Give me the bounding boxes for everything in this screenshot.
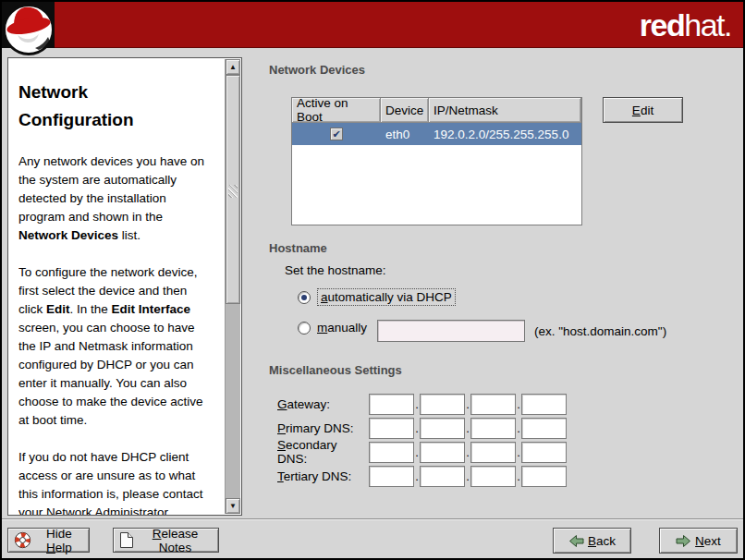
network-devices-section-label: Network Devices <box>269 63 365 77</box>
hostname-example-hint: (ex. "host.domain.com") <box>534 324 666 338</box>
hostname-auto-option[interactable]: automatically via DHCP <box>298 288 456 306</box>
help-title: Network Configuration <box>18 79 166 134</box>
hostname-section-label: Hostname <box>269 241 327 255</box>
footer-bar: Hide Help Release Notes Back <box>2 518 743 558</box>
manual-label[interactable]: manually <box>317 321 367 335</box>
column-header-ip-netmask: IP/Netmask <box>429 98 581 123</box>
secondary-dns-row: Secondary DNS: . . . <box>277 441 567 463</box>
redhat-wordmark: redhat. <box>640 6 731 44</box>
secondary-dns-octet-3[interactable] <box>470 442 516 463</box>
gateway-octet-1[interactable] <box>369 394 414 415</box>
set-hostname-prompt: Set the hostname: <box>285 263 386 277</box>
redhat-shadowman-logo-icon <box>2 2 57 57</box>
brand-header-bar: redhat. <box>2 2 743 48</box>
primary-dns-octet-2[interactable] <box>420 418 465 439</box>
primary-dns-octet-1[interactable] <box>369 418 414 439</box>
primary-dns-row: Primary DNS: . . . <box>277 417 567 439</box>
primary-dns-label: Primary DNS: <box>277 421 369 435</box>
column-header-device: Device <box>381 98 429 123</box>
back-arrow-icon <box>568 534 584 548</box>
help-paragraph-3: If you do not have DHCP client access or… <box>18 448 214 515</box>
help-text: Network Configuration Any network device… <box>18 58 214 515</box>
secondary-dns-label: Secondary DNS: <box>277 438 369 466</box>
scroll-down-button[interactable]: ▼ <box>226 498 240 514</box>
tertiary-dns-label: Tertiary DNS: <box>277 469 369 483</box>
edit-button[interactable]: Edit <box>603 97 683 123</box>
table-header-row: Active on Boot Device IP/Netmask <box>292 98 581 123</box>
document-icon <box>119 531 134 549</box>
installer-window: redhat. Network Configuration Any networ… <box>0 0 745 560</box>
next-button[interactable]: Next <box>659 528 738 554</box>
life-ring-icon <box>14 531 31 549</box>
secondary-dns-octet-1[interactable] <box>369 442 414 463</box>
scroll-up-button[interactable]: ▲ <box>226 59 240 75</box>
manual-radio[interactable] <box>298 322 311 335</box>
release-notes-button[interactable]: Release Notes <box>113 528 219 553</box>
primary-dns-octet-4[interactable] <box>521 418 567 439</box>
gateway-label: Gateway: <box>277 397 369 411</box>
scroll-down-icon: ▼ <box>229 502 237 510</box>
auto-dhcp-label[interactable]: automatically via DHCP <box>317 288 456 306</box>
wordmark-red: red <box>640 7 684 43</box>
back-button[interactable]: Back <box>553 528 631 554</box>
tertiary-dns-row: Tertiary DNS: . . . <box>277 465 567 487</box>
tertiary-dns-octet-1[interactable] <box>369 466 414 487</box>
active-on-boot-checkbox[interactable]: ✔ <box>330 128 343 140</box>
gateway-octet-3[interactable] <box>470 394 516 415</box>
scrollbar-trough[interactable] <box>226 304 240 498</box>
gateway-row: Gateway: . . . <box>277 393 567 415</box>
tertiary-dns-octet-4[interactable] <box>521 466 567 487</box>
scroll-up-icon: ▲ <box>229 63 237 71</box>
help-paragraph-1: Any network devices you have on the syst… <box>18 152 214 245</box>
primary-dns-octet-3[interactable] <box>470 418 516 439</box>
scrollbar-thumb[interactable] <box>226 75 240 304</box>
device-cell: eth0 <box>381 128 429 141</box>
wordmark-hat: hat <box>684 7 724 43</box>
gateway-octet-2[interactable] <box>420 394 465 415</box>
wordmark-dot: . <box>724 7 731 43</box>
tertiary-dns-octet-3[interactable] <box>470 466 516 487</box>
ip-netmask-cell: 192.0.2.0/255.255.255.0 <box>429 128 581 141</box>
secondary-dns-octet-2[interactable] <box>420 442 465 463</box>
help-scrollbar[interactable]: ▲ ▼ <box>225 59 240 514</box>
column-header-active-on-boot: Active on Boot <box>292 98 381 123</box>
hostname-manual-option[interactable]: manually <box>298 321 367 335</box>
gateway-octet-4[interactable] <box>521 394 567 415</box>
help-panel: Network Configuration Any network device… <box>7 57 242 516</box>
next-arrow-icon <box>676 534 691 548</box>
tertiary-dns-octet-2[interactable] <box>420 466 465 487</box>
auto-dhcp-radio[interactable] <box>298 291 311 304</box>
checkmark-icon: ✔ <box>332 128 340 140</box>
network-devices-table: Active on Boot Device IP/Netmask ✔ eth0 … <box>291 97 582 225</box>
misc-settings-section-label: Miscellaneous Settings <box>269 363 402 377</box>
help-paragraph-2: To configure the network device, first s… <box>18 263 214 430</box>
hostname-input[interactable] <box>377 320 525 342</box>
table-row[interactable]: ✔ eth0 192.0.2.0/255.255.255.0 <box>292 123 581 145</box>
scrollbar-grip <box>228 185 238 198</box>
secondary-dns-octet-4[interactable] <box>521 442 567 463</box>
hide-help-button[interactable]: Hide Help <box>7 528 90 553</box>
